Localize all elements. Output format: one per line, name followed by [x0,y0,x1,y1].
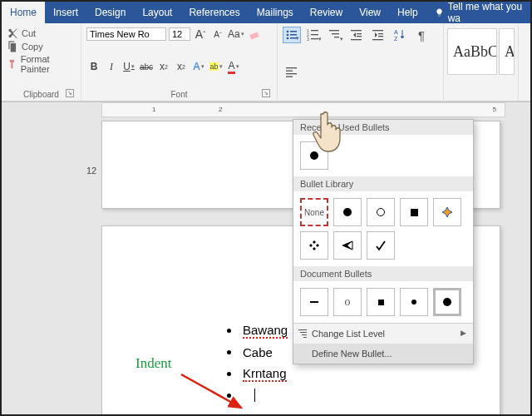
clipboard-group-label: Clipboard ↘ [7,88,76,99]
doc-bullet-o[interactable]: o [333,288,362,316]
tab-help[interactable]: Help [389,2,426,23]
svg-rect-28 [286,73,297,74]
sort-button[interactable]: AZ [391,27,409,43]
change-case-button[interactable]: Aa▾ [228,27,244,42]
clear-formatting-button[interactable] [247,27,262,42]
ribbon-tabs: Home Insert Design Layout References Mai… [2,2,530,23]
align-left-button[interactable] [283,64,301,81]
horizontal-ruler[interactable]: 1 2 5 [101,102,505,117]
format-painter-button[interactable]: Format Painter [7,53,76,75]
group-paragraph: ▾ 123▾ ▾ AZ ¶ [278,23,444,101]
sort-icon: AZ [393,28,406,42]
tell-me-label: Tell me what you wa [448,1,530,24]
superscript-button[interactable]: x2 [174,59,189,74]
shrink-font-button[interactable]: Aˇ [210,27,225,42]
define-new-bullet-menu[interactable]: Define New Bullet... [293,344,473,364]
svg-line-30 [181,374,241,408]
svg-rect-21 [378,33,383,34]
decrease-indent-button[interactable] [347,27,366,43]
highlight-button[interactable]: ab▾ [209,59,224,74]
ribbon: Cut Copy Format Painter Clipboard ↘ Aˆ A… [2,23,530,102]
style-next[interactable]: Aa [499,28,515,75]
bullets-dropdown-panel: Recently Used Bullets Bullet Library Non… [293,119,474,364]
svg-rect-20 [372,30,383,31]
bullet-dot-icon [227,350,231,354]
svg-rect-34 [303,337,307,338]
svg-rect-10 [311,34,318,35]
bullet-disc[interactable] [333,198,362,226]
align-left-icon [285,66,298,79]
doc-bullet-disc[interactable] [433,288,461,316]
svg-rect-18 [357,36,362,37]
svg-rect-23 [372,39,383,40]
text-effects-button[interactable]: A▾ [191,59,206,74]
paragraph-group-label [283,97,438,99]
svg-point-3 [287,34,289,37]
svg-rect-33 [302,334,307,335]
font-family-input[interactable] [86,27,166,41]
annotation-indent-label: Indent [135,355,171,372]
style-normal[interactable]: AaBbCcI [447,28,497,75]
bullet-none[interactable]: None [300,198,328,226]
svg-rect-16 [351,30,362,31]
group-clipboard: Cut Copy Format Painter Clipboard ↘ [2,23,81,101]
svg-rect-8 [311,30,318,31]
font-size-input[interactable] [169,27,190,41]
multilevel-button[interactable]: ▾ [326,27,344,43]
show-marks-button[interactable]: ¶ [412,27,431,43]
strikethrough-button[interactable]: abc [139,59,154,74]
bullet-library-header: Bullet Library [293,176,473,191]
annotation-arrow-icon [173,368,264,416]
svg-rect-17 [357,33,362,34]
subscript-button[interactable]: x2 [156,59,171,74]
doc-bullet-dash[interactable] [300,288,328,316]
bullet-diamond-cluster[interactable] [300,231,328,260]
svg-rect-12 [311,38,318,39]
tab-mailings[interactable]: Mailings [249,2,302,23]
svg-text:Z: Z [394,36,398,42]
bold-button[interactable]: B [86,59,101,74]
tell-me-search[interactable]: Tell me what you wa [426,2,530,23]
font-color-button[interactable]: A▾ [226,59,241,74]
bullet-dot-icon [227,329,231,333]
tab-view[interactable]: View [351,2,389,23]
list-item: Bawang [227,323,288,339]
svg-rect-27 [286,70,293,71]
change-list-level-menu[interactable]: Change List Level ▶ [293,324,473,344]
page-number-margin: 12 [86,166,96,176]
bullet-square[interactable] [400,198,428,226]
bullet-circle[interactable] [367,198,395,226]
bullet-arrowhead[interactable] [333,231,362,260]
svg-rect-13 [329,30,339,31]
italic-button[interactable]: I [104,59,119,74]
increase-indent-button[interactable] [369,27,387,43]
tab-home[interactable]: Home [2,2,45,23]
bullet-4diamond[interactable] [433,198,461,226]
grow-font-button[interactable]: Aˆ [193,27,208,42]
font-group-label: Font ↘ [86,88,272,99]
list-level-icon [298,329,308,339]
doc-bullet-small-square[interactable] [367,288,395,316]
tab-design[interactable]: Design [86,2,134,23]
eraser-icon [249,28,260,40]
tab-references[interactable]: References [180,2,248,23]
clipboard-launcher[interactable]: ↘ [66,89,74,97]
numbering-button[interactable]: 123▾ [304,27,323,43]
cut-button[interactable]: Cut [7,27,76,40]
tab-insert[interactable]: Insert [45,2,86,23]
svg-rect-14 [332,33,339,34]
doc-bullet-small-disc[interactable] [400,288,428,316]
bullets-button[interactable]: ▾ [283,27,301,43]
svg-rect-26 [286,67,297,68]
tab-layout[interactable]: Layout [134,2,180,23]
svg-rect-31 [298,329,307,330]
tab-review[interactable]: Review [302,2,351,23]
underline-button[interactable]: U▾ [121,59,136,74]
svg-rect-15 [334,37,339,37]
lightbulb-icon [435,7,444,17]
scissors-icon [7,27,18,39]
bullet-checkmark[interactable] [367,231,395,260]
copy-button[interactable]: Copy [7,40,76,53]
font-launcher[interactable]: ↘ [262,89,270,97]
svg-point-1 [287,31,289,33]
